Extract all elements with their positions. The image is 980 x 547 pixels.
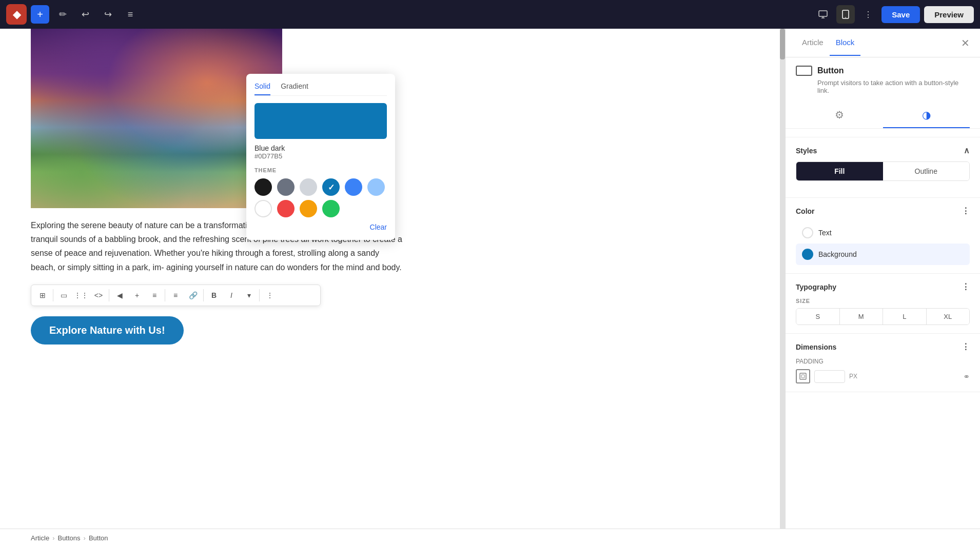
text-color-label: Text [818, 229, 832, 237]
text-color-row[interactable]: Text [796, 222, 970, 244]
block-info-section: Button Prompt visitors to take action wi… [786, 57, 980, 137]
clear-btn-row: Clear [254, 222, 387, 232]
drag-button[interactable]: ⋮⋮ [73, 287, 89, 303]
more-options-button[interactable]: ⋮ [859, 5, 877, 24]
size-m[interactable]: M [840, 309, 884, 325]
styles-section-title: Styles ∧ [796, 146, 970, 155]
align-button[interactable]: ≡ [146, 287, 163, 303]
italic-button[interactable]: I [223, 287, 240, 303]
edit-button[interactable]: ✏ [53, 5, 72, 24]
breadcrumb-sep2: › [84, 534, 86, 542]
panel-header: Article Block ✕ [786, 29, 980, 57]
bg-color-dot [802, 249, 813, 260]
text-color-dot [802, 227, 813, 238]
add-button[interactable]: + [31, 5, 49, 24]
color-dots[interactable]: ⋮ [962, 206, 970, 216]
widget-button[interactable]: ▭ [55, 287, 72, 303]
undo-button[interactable]: ↩ [76, 5, 94, 24]
save-button[interactable]: Save [881, 6, 920, 23]
scroll-track[interactable] [780, 29, 785, 529]
tab-article[interactable]: Article [796, 30, 830, 56]
breadcrumb-sep1: › [52, 534, 54, 542]
scroll-thumb[interactable] [780, 29, 785, 59]
swatches-row-2 [254, 200, 387, 217]
padding-input[interactable] [814, 370, 845, 383]
align-left-button[interactable]: ◀ [111, 287, 128, 303]
color-label: Color [796, 207, 815, 215]
clear-button[interactable]: Clear [370, 223, 387, 231]
link-padding-icon[interactable]: ⚭ [963, 372, 970, 381]
styles-chevron[interactable]: ∧ [964, 146, 970, 155]
cta-button[interactable]: Explore Nature with Us! [31, 316, 184, 345]
size-toggle: S M L XL [796, 308, 970, 325]
tablet-view-button[interactable] [836, 5, 855, 24]
fill-button[interactable]: Fill [796, 162, 883, 180]
toolbar-divider5 [259, 289, 260, 301]
bold-button[interactable]: B [206, 287, 222, 303]
style-tab[interactable]: ◑ [883, 103, 970, 128]
swatch-lightgray[interactable] [300, 178, 317, 196]
swatch-bluedark[interactable] [322, 178, 340, 196]
block-type-button[interactable]: ⊞ [34, 287, 51, 303]
toolbar-divider [53, 289, 53, 301]
color-picker-popup: Solid Gradient Blue dark #0D77B5 THEME [246, 74, 395, 240]
outline-button[interactable]: Outline [883, 162, 970, 180]
button-block-icon [796, 66, 812, 76]
breadcrumb-article[interactable]: Article [31, 534, 49, 542]
toolbar-divider2 [109, 289, 109, 301]
link-button[interactable]: 🔗 [185, 287, 201, 303]
color-hex: #0D77B5 [254, 152, 387, 160]
add-item-button[interactable]: + [129, 287, 145, 303]
swatch-lightblue[interactable] [367, 178, 385, 196]
typography-section: Typography ⋮ SIZE S M L XL [786, 274, 980, 334]
hero-image [31, 29, 282, 208]
size-l[interactable]: L [883, 309, 927, 325]
toolbar-divider4 [203, 289, 204, 301]
swatch-green[interactable] [322, 200, 340, 217]
size-xl[interactable]: XL [927, 309, 970, 325]
text-align-button[interactable]: ≡ [167, 287, 184, 303]
tab-gradient[interactable]: Gradient [281, 82, 308, 95]
tab-solid[interactable]: Solid [254, 82, 270, 95]
svg-point-2 [845, 17, 846, 18]
canvas-area: Exploring the serene beauty of nature ca… [0, 29, 785, 529]
typography-dots[interactable]: ⋮ [962, 282, 970, 292]
right-panel: Article Block ✕ Button Prompt visitors t… [785, 29, 980, 529]
size-s[interactable]: S [796, 309, 840, 325]
swatches-row-1 [254, 178, 387, 196]
preview-button[interactable]: Preview [924, 6, 974, 23]
settings-tab[interactable]: ⚙ [796, 103, 883, 128]
block-title: Button [817, 66, 844, 75]
main-layout: Exploring the serene beauty of nature ca… [0, 29, 980, 529]
panel-close-button[interactable]: ✕ [961, 37, 970, 49]
swatch-yellow[interactable] [300, 200, 317, 217]
toolbar-divider3 [165, 289, 165, 301]
swatch-white[interactable] [254, 200, 272, 217]
redo-button[interactable]: ↪ [99, 5, 117, 24]
breadcrumb-buttons[interactable]: Buttons [57, 534, 80, 542]
breadcrumb-button[interactable]: Button [89, 534, 108, 542]
dimensions-dots[interactable]: ⋮ [962, 342, 970, 352]
monitor-view-button[interactable] [814, 5, 832, 24]
more-format-button[interactable]: ▾ [241, 287, 257, 303]
menu-button[interactable]: ≡ [121, 5, 140, 24]
padding-label: PADDING [796, 358, 970, 365]
tab-block[interactable]: Block [830, 30, 861, 56]
block-header: Button [796, 66, 970, 76]
styles-label: Styles [796, 147, 817, 155]
color-name-row: Blue dark #0D77B5 [254, 144, 387, 160]
styles-section: Styles ∧ Fill Outline [786, 137, 980, 198]
swatch-black[interactable] [254, 178, 272, 196]
swatch-blue[interactable] [345, 178, 362, 196]
swatch-red[interactable] [277, 200, 295, 217]
overflow-button[interactable]: ⋮ [262, 287, 278, 303]
bg-color-label: Background [818, 250, 857, 258]
code-button[interactable]: <> [90, 287, 107, 303]
padding-unit: PX [849, 373, 857, 380]
block-desc: Prompt visitors to take action with a bu… [796, 79, 970, 94]
dimensions-section: Dimensions ⋮ PADDING PX ⚭ [786, 334, 980, 392]
padding-row: PX ⚭ [796, 369, 970, 383]
swatch-gray[interactable] [277, 178, 295, 196]
background-color-row[interactable]: Background [796, 244, 970, 265]
breadcrumb: Article › Buttons › Button [0, 529, 980, 547]
